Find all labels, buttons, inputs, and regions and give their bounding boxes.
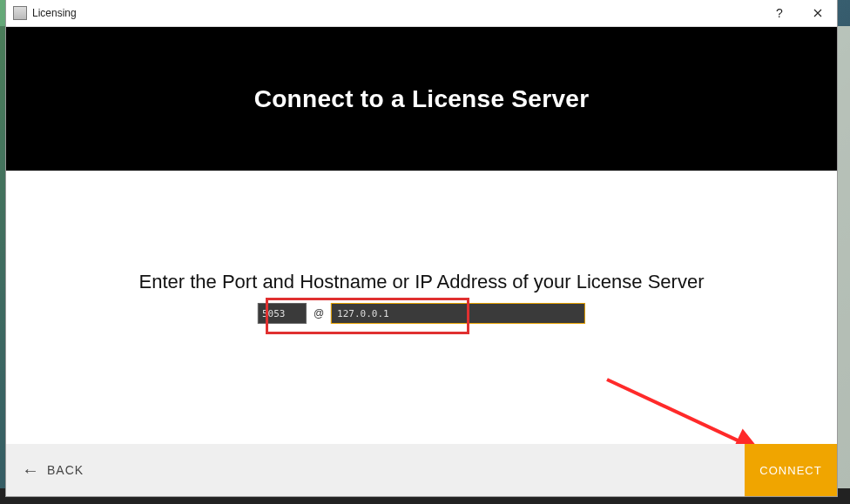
port-input[interactable]	[258, 303, 307, 324]
help-button[interactable]: ?	[760, 0, 799, 26]
licensing-dialog: Licensing ? Connect to a License Server …	[6, 0, 837, 496]
window-title: Licensing	[32, 7, 77, 19]
at-separator: @	[314, 307, 324, 319]
hero-title: Connect to a License Server	[254, 85, 590, 113]
app-icon	[13, 6, 27, 20]
back-arrow-icon: ←	[22, 461, 40, 479]
back-label: BACK	[47, 463, 84, 477]
close-icon	[813, 9, 822, 17]
prompt-text: Enter the Port and Hostname or IP Addres…	[6, 271, 837, 293]
host-input[interactable]	[331, 303, 585, 324]
server-input-row: @	[258, 303, 585, 324]
connect-button[interactable]: CONNECT	[745, 444, 837, 496]
footer-bar: ← BACK CONNECT	[6, 444, 837, 496]
content-area: Enter the Port and Hostname or IP Addres…	[6, 171, 837, 445]
titlebar: Licensing ?	[6, 0, 837, 27]
connect-label: CONNECT	[759, 464, 821, 477]
back-button[interactable]: ← BACK	[6, 444, 99, 496]
close-button[interactable]	[799, 0, 837, 26]
hero-banner: Connect to a License Server	[6, 27, 837, 171]
